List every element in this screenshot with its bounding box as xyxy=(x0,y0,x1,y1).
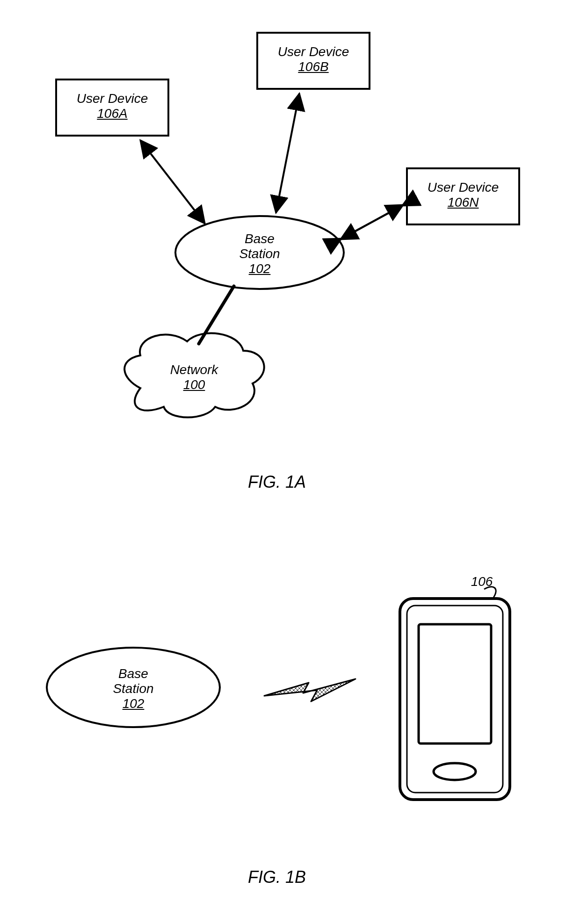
lightning-icon xyxy=(264,679,355,701)
arrow-to-device-b xyxy=(276,94,299,213)
arrow-to-device-n-2 xyxy=(341,205,403,239)
svg-point-5 xyxy=(434,763,476,780)
arrow-to-device-a xyxy=(140,140,205,224)
diagram-svg xyxy=(0,0,580,924)
svg-rect-4 xyxy=(419,624,491,744)
base-station-b-t1: Base xyxy=(118,666,148,681)
user-device-b-label: User Device 106B xyxy=(257,44,370,74)
svg-rect-2 xyxy=(400,599,510,800)
base-station-a-t1: Base xyxy=(245,231,275,246)
network-ref: 100 xyxy=(183,377,205,392)
network-label: Network 100 xyxy=(150,362,239,392)
user-device-n-ref: 106N xyxy=(448,195,479,209)
user-device-n-label: User Device 106N xyxy=(407,180,519,210)
user-device-b-title: User Device xyxy=(278,44,349,59)
user-device-n-title: User Device xyxy=(428,180,499,195)
svg-rect-3 xyxy=(407,606,503,793)
phone-ref-label: 106 xyxy=(463,574,500,589)
page: User Device 106A User Device 106B User D… xyxy=(0,0,580,924)
user-device-a-ref: 106A xyxy=(97,106,127,121)
user-device-a-title: User Device xyxy=(77,91,148,106)
fig-1b-caption: FIG. 1B xyxy=(248,867,306,887)
base-station-b-ref: 102 xyxy=(123,696,145,711)
base-station-a-ref: 102 xyxy=(249,261,271,276)
user-device-b-ref: 106B xyxy=(298,59,328,74)
base-station-b-label: Base Station 102 xyxy=(87,666,180,712)
base-station-a-label: Base Station 102 xyxy=(213,231,306,277)
base-station-b-t2: Station xyxy=(113,681,153,696)
fig-1a-caption: FIG. 1A xyxy=(248,472,306,492)
link-base-to-network xyxy=(199,286,234,344)
user-device-a-label: User Device 106A xyxy=(56,91,168,121)
network-title: Network xyxy=(170,362,218,377)
phone-device xyxy=(400,599,510,800)
base-station-a-t2: Station xyxy=(239,246,280,261)
